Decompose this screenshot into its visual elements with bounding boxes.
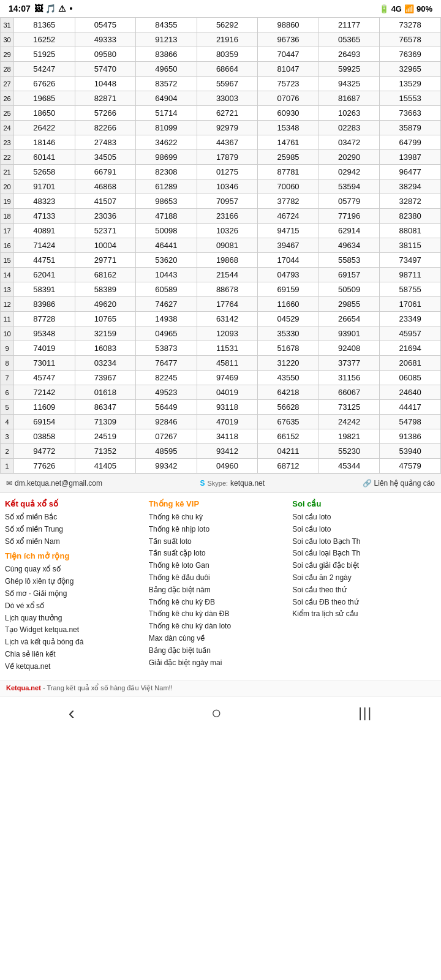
skype-contact[interactable]: S Skype: ketqua.net bbox=[200, 479, 265, 488]
table-cell: 10326 bbox=[197, 224, 258, 238]
table-row: 2518650572665171462721609301026373663 bbox=[1, 106, 441, 121]
table-cell: 93901 bbox=[318, 326, 380, 341]
table-cell: 56628 bbox=[258, 400, 319, 415]
list-item[interactable]: Thống kê chu kỳ dàn loto bbox=[149, 621, 293, 631]
list-item[interactable]: Thống kê loto Gan bbox=[149, 560, 293, 571]
table-cell: 99342 bbox=[136, 459, 197, 473]
row-number: 18 bbox=[1, 209, 14, 224]
table-cell: 19868 bbox=[197, 253, 258, 268]
list-item[interactable]: Số xổ miền Trung bbox=[5, 524, 149, 535]
list-item[interactable]: Soi cầu loto bbox=[292, 524, 436, 535]
table-cell: 04211 bbox=[258, 444, 319, 459]
table-cell: 56449 bbox=[136, 400, 197, 415]
menu-button[interactable]: ||| bbox=[358, 705, 372, 721]
table-row: 1095348321590496512093353309390145957 bbox=[1, 326, 441, 341]
row-number: 17 bbox=[1, 224, 14, 238]
table-cell: 02283 bbox=[318, 121, 380, 135]
list-item[interactable]: Số mơ - Giải mộng bbox=[5, 589, 149, 599]
row-number: 24 bbox=[1, 121, 14, 135]
table-cell: 32872 bbox=[380, 194, 441, 209]
list-item[interactable]: Soi cầu giải đặc biệt bbox=[292, 560, 436, 571]
table-cell: 83866 bbox=[136, 47, 197, 62]
row-number: 2 bbox=[1, 444, 14, 459]
list-item[interactable]: Tần suất loto bbox=[149, 537, 293, 547]
list-item[interactable]: Tạo Widget ketqua.net bbox=[5, 625, 149, 635]
ads-contact[interactable]: 🔗 Liên hệ quảng cáo bbox=[363, 479, 435, 488]
table-cell: 21916 bbox=[197, 32, 258, 47]
list-item[interactable]: Bảng đặc biệt năm bbox=[149, 585, 293, 595]
table-cell: 07267 bbox=[136, 429, 197, 444]
list-item[interactable]: Soi cầu loto bbox=[292, 512, 436, 522]
table-cell: 16252 bbox=[14, 32, 75, 47]
list-item[interactable]: Soi cầu ĐB theo thứ bbox=[292, 597, 436, 608]
list-item[interactable]: Soi cầu theo thứ bbox=[292, 585, 436, 595]
table-cell: 27483 bbox=[75, 135, 136, 150]
list-item[interactable]: Soi cầu loại Bạch Th bbox=[292, 548, 436, 559]
table-cell: 73278 bbox=[380, 18, 441, 32]
table-cell: 33003 bbox=[197, 91, 258, 106]
table-cell: 05475 bbox=[75, 18, 136, 32]
table-cell: 50509 bbox=[318, 282, 380, 297]
table-cell: 40891 bbox=[14, 224, 75, 238]
table-cell: 58391 bbox=[14, 282, 75, 297]
table-cell: 04529 bbox=[258, 312, 319, 326]
list-item[interactable]: Lịch quay thưởng bbox=[5, 613, 149, 624]
table-row: 1358391583896058988678691595050958755 bbox=[1, 282, 441, 297]
table-cell: 10448 bbox=[75, 77, 136, 91]
list-item[interactable]: Lịch và kết quả bóng đá bbox=[5, 637, 149, 647]
table-cell: 76369 bbox=[380, 47, 441, 62]
list-item[interactable]: Thống kê chu kỳ dàn ĐB bbox=[149, 609, 293, 619]
list-item[interactable]: Soi cầu ăn 2 ngày bbox=[292, 573, 436, 583]
table-cell: 47133 bbox=[14, 209, 75, 224]
list-item[interactable]: Giải đặc biệt ngày mai bbox=[149, 658, 293, 668]
list-item[interactable]: Thống kê chu kỳ ĐB bbox=[149, 597, 293, 608]
list-item[interactable]: Tần suất cặp loto bbox=[149, 548, 293, 559]
table-cell: 55853 bbox=[318, 253, 380, 268]
table-cell: 74627 bbox=[136, 297, 197, 312]
table-cell: 38115 bbox=[380, 238, 441, 253]
email-contact[interactable]: ✉ dm.ketqua.net@gmail.com bbox=[6, 479, 102, 488]
row-number: 15 bbox=[1, 253, 14, 268]
table-cell: 23166 bbox=[197, 209, 258, 224]
list-item[interactable]: Dò vé xổ số bbox=[5, 601, 149, 611]
list-item[interactable]: Thống kê đầu đuôi bbox=[149, 573, 293, 583]
table-cell: 64218 bbox=[258, 385, 319, 400]
row-number: 25 bbox=[1, 106, 14, 121]
list-item[interactable]: Số xổ miền Bắc bbox=[5, 512, 149, 522]
table-cell: 81687 bbox=[318, 91, 380, 106]
table-cell: 20681 bbox=[380, 356, 441, 371]
table-cell: 39467 bbox=[258, 238, 319, 253]
skype-icon: S bbox=[200, 479, 205, 488]
list-item[interactable]: Chia sẻ liên kết bbox=[5, 649, 149, 660]
table-cell: 38294 bbox=[380, 179, 441, 194]
table-cell: 60930 bbox=[258, 106, 319, 121]
list-item[interactable]: Thống kê chu kỳ bbox=[149, 512, 293, 522]
table-cell: 46724 bbox=[258, 209, 319, 224]
table-cell: 98699 bbox=[136, 150, 197, 165]
home-button[interactable]: ○ bbox=[211, 703, 222, 723]
row-number: 4 bbox=[1, 415, 14, 429]
table-cell: 64799 bbox=[380, 135, 441, 150]
footer-heading-ketqua: Kết quả xổ số bbox=[5, 499, 149, 508]
row-number: 30 bbox=[1, 32, 14, 47]
list-item[interactable]: Ghép lô xiên tự động bbox=[5, 576, 149, 587]
list-item[interactable]: Soi cầu loto Bạch Th bbox=[292, 537, 436, 547]
table-cell: 76578 bbox=[380, 32, 441, 47]
table-cell: 07076 bbox=[258, 91, 319, 106]
list-item[interactable]: Kiểm tra lịch sử cầu bbox=[292, 609, 436, 619]
back-button[interactable]: ‹ bbox=[69, 703, 75, 723]
list-item[interactable]: Max dàn cùng về bbox=[149, 633, 293, 644]
list-item[interactable]: Bảng đặc biệt tuần bbox=[149, 646, 293, 656]
table-row: 3016252493339121321916967360536576578 bbox=[1, 32, 441, 47]
list-item[interactable]: Về ketqua.net bbox=[5, 662, 149, 672]
row-number: 7 bbox=[1, 371, 14, 385]
list-item[interactable]: Cùng quay xổ số bbox=[5, 564, 149, 575]
table-cell: 81047 bbox=[258, 62, 319, 77]
list-item[interactable]: Thống kê nhịp loto bbox=[149, 524, 293, 535]
row-number: 9 bbox=[1, 341, 14, 356]
list-item[interactable]: Số xổ miền Nam bbox=[5, 537, 149, 547]
table-row: 2260141345059869917879259852029013987 bbox=[1, 150, 441, 165]
brand-link[interactable]: Ketqua.net bbox=[6, 684, 41, 692]
row-number: 26 bbox=[1, 91, 14, 106]
row-number: 22 bbox=[1, 150, 14, 165]
